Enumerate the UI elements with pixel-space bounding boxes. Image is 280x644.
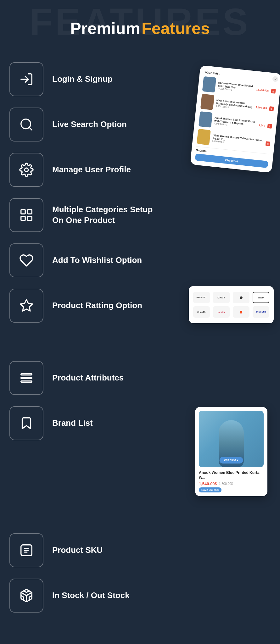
login-icon-box xyxy=(9,62,43,96)
login-icon xyxy=(19,72,34,86)
rating-icon-box xyxy=(9,289,43,323)
cart-delete-icon: 🗑 xyxy=(266,141,270,146)
brand-item: SAMSUNG xyxy=(253,306,269,318)
profile-icon-box xyxy=(9,153,43,187)
cart-item-image xyxy=(202,76,216,93)
brand-item: Levi's xyxy=(213,306,230,318)
cart-delete-icon: 🗑 xyxy=(269,106,274,111)
profile-label: Manage User Profile xyxy=(52,164,131,175)
feature-row-stock: In Stock / Out Stock xyxy=(9,573,271,618)
wishlist-icon-box xyxy=(9,243,43,277)
grid-icon xyxy=(19,208,34,222)
cart-item-image xyxy=(197,129,211,145)
page-header: Premium Features xyxy=(0,0,280,50)
star-icon xyxy=(19,298,34,313)
cart-item-info: Anouk Women Blue Printed Kurta With Trou… xyxy=(214,116,257,129)
search-icon-box xyxy=(9,108,43,142)
features-list: Login & Signup Live Search Option Manage… xyxy=(0,50,280,625)
sku-label: Product SKU xyxy=(52,545,103,556)
section-login-cart: Login & Signup Live Search Option Manage… xyxy=(9,57,271,238)
wishlist-button[interactable]: Wishlist ♥ xyxy=(220,457,243,464)
title-features: Features xyxy=(142,19,210,37)
list-icon xyxy=(19,371,34,385)
categories-label: Multiple Categories SetupOn One Product xyxy=(52,204,153,226)
brand-item: 🍎 xyxy=(233,306,249,318)
svg-rect-4 xyxy=(21,210,25,214)
categories-icon-box xyxy=(9,198,43,232)
product-price-row: 1,540.00$ 1,800.00$ xyxy=(199,481,264,486)
heart-icon xyxy=(19,253,34,268)
settings-icon xyxy=(19,163,34,177)
product-name: Anouk Women Blue Printed Kurta W... xyxy=(199,470,264,480)
cart-item-price: 1,540 xyxy=(259,124,265,127)
login-label: Login & Signup xyxy=(52,74,113,85)
svg-marker-8 xyxy=(20,300,32,311)
attributes-label: Product Attributes xyxy=(52,373,124,383)
sku-icon-box xyxy=(9,533,43,567)
svg-rect-6 xyxy=(21,216,25,220)
brands-grid: HACKETT DKNY ⬤ GAP CHANEL Levi's 🍎 SAMSU… xyxy=(193,292,269,318)
svg-rect-7 xyxy=(28,216,32,220)
section-rating-brands: Product Ratting Option HACKETT DKNY ⬤ GA… xyxy=(9,283,271,355)
svg-rect-10 xyxy=(21,377,32,379)
sku-icon xyxy=(19,543,34,558)
brand-item: HACKETT xyxy=(193,292,210,303)
brand-item: CHANEL xyxy=(193,306,210,318)
rating-label: Product Ratting Option xyxy=(52,300,142,311)
feature-row-categories: Multiple Categories SetupOn One Product xyxy=(9,192,271,238)
attributes-icon-box xyxy=(9,361,43,395)
cart-item-image xyxy=(199,111,213,128)
svg-point-3 xyxy=(25,168,28,172)
cart-mock: ✕ Your Cart Harvard Women Blue Striped S… xyxy=(190,65,280,173)
cart-delete-icon: 🗑 xyxy=(271,89,276,93)
cart-item-price: 12,500.00$ xyxy=(256,88,269,92)
search-label: Live Search Option xyxy=(52,119,127,130)
cart-item-info: Mast & Harbour Women Burgundy Solid Hand… xyxy=(216,99,254,111)
cart-delete-icon: 🗑 xyxy=(267,124,272,129)
stock-label: In Stock / Out Stock xyxy=(52,590,130,601)
bookmark-icon xyxy=(19,416,34,430)
brand-item-active: GAP xyxy=(253,292,269,303)
stock-icon-box xyxy=(9,579,43,613)
section-brand-product: Brand List Wishlist ♥ Anouk Women Blue P… xyxy=(9,401,271,618)
wishlist-label: Add To Wishlist Option xyxy=(52,255,142,266)
feature-row-attributes: Product Attributes xyxy=(9,355,271,401)
brand-label: Brand List xyxy=(52,418,93,429)
svg-rect-11 xyxy=(21,381,32,382)
product-mock: Wishlist ♥ Anouk Women Blue Printed Kurt… xyxy=(195,407,267,496)
cart-close-icon: ✕ xyxy=(272,76,278,82)
search-icon xyxy=(19,117,34,132)
cart-item-price: 1,500.00$ xyxy=(255,106,267,110)
stock-icon xyxy=(19,588,34,603)
brands-mock: HACKETT DKNY ⬤ GAP CHANEL Levi's 🍎 SAMSU… xyxy=(189,286,274,323)
feature-row-wishlist: Add To Wishlist Option xyxy=(9,238,271,283)
svg-line-2 xyxy=(29,127,32,130)
svg-rect-5 xyxy=(28,210,32,214)
save-badge: Save 260.00$ xyxy=(199,487,221,492)
product-price: 1,540.00$ xyxy=(199,481,217,486)
product-old-price: 1,800.00$ xyxy=(219,482,233,486)
cart-item-info: Harvard Women Blue Striped Shirt-Style T… xyxy=(218,81,254,93)
cart-item-info: Libas Women Mustard Yellow Blue Printed … xyxy=(212,134,264,147)
cart-item-image xyxy=(200,94,215,110)
brand-icon-box xyxy=(9,406,43,440)
title-premium: Premium xyxy=(70,19,140,37)
product-image: Wishlist ♥ xyxy=(199,411,264,467)
brand-item: ⬤ xyxy=(233,292,249,303)
feature-row-sku: Product SKU xyxy=(9,528,271,573)
svg-rect-9 xyxy=(21,374,32,375)
brand-item: DKNY xyxy=(213,292,230,303)
